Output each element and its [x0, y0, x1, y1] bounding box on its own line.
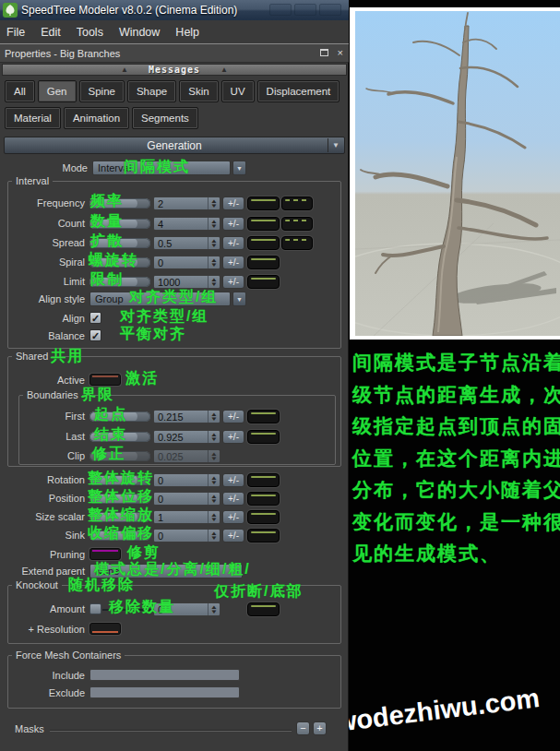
spinner-icon[interactable]: ▲▼	[208, 450, 220, 462]
position-field: ▲▼	[153, 492, 220, 506]
rotation-variance-button[interactable]: +/-	[222, 473, 244, 487]
spread-input[interactable]	[154, 237, 208, 249]
position-input[interactable]	[154, 493, 208, 505]
count-variance-button[interactable]: +/-	[222, 217, 244, 231]
messages-collapsed-bar[interactable]: ▲ Messages ▲	[2, 64, 347, 76]
limit-curve-button[interactable]	[247, 275, 280, 289]
clip-input[interactable]	[154, 450, 208, 462]
first-input[interactable]	[154, 411, 208, 423]
count-input[interactable]	[154, 218, 208, 230]
sink-curve-button[interactable]	[247, 529, 280, 542]
spiral-curve-button[interactable]	[247, 256, 280, 269]
spinner-icon[interactable]: ▲▼	[208, 218, 220, 230]
spinner-icon[interactable]: ▲▼	[208, 276, 220, 288]
spinner-icon[interactable]: ▲▼	[208, 474, 220, 486]
position-variance-button[interactable]: +/-	[222, 492, 244, 506]
align-style-dropdown-arrow-icon[interactable]: ▼	[232, 292, 246, 306]
frequency-input[interactable]	[154, 197, 208, 209]
size-scalar-variance-button[interactable]: +/-	[222, 510, 244, 524]
menu-file[interactable]: File	[6, 26, 25, 39]
minimize-button[interactable]	[269, 4, 292, 16]
include-row: Include	[0, 668, 349, 682]
spinner-icon[interactable]: ▲▼	[208, 511, 220, 523]
spinner-icon[interactable]: ▲▼	[208, 411, 220, 423]
masks-label: Masks	[15, 723, 44, 734]
tab-skin[interactable]: Skin	[179, 80, 218, 102]
spread-variance-button[interactable]: +/-	[222, 236, 244, 250]
clip-field: ▲▼	[153, 449, 220, 463]
frequency-variance-curve-button[interactable]	[281, 197, 313, 210]
rotation-curve-button[interactable]	[247, 473, 280, 487]
frequency-annotation: 频率	[90, 192, 124, 211]
last-variance-button[interactable]: +/-	[222, 430, 244, 444]
size-scalar-input[interactable]	[154, 511, 208, 523]
speedtree-window: SpeedTree Modeler v8.0.2 (Cinema Edition…	[0, 0, 349, 751]
exclude-input[interactable]	[89, 686, 240, 698]
include-input[interactable]	[89, 669, 240, 681]
pruning-toggle[interactable]	[89, 548, 121, 560]
sink-input[interactable]	[154, 530, 208, 542]
spread-field: ▲▼	[153, 236, 220, 250]
count-variance-curve-button[interactable]	[281, 217, 313, 231]
count-annotation: 数量	[90, 212, 124, 232]
maximize-button[interactable]	[294, 4, 316, 16]
generation-section-header[interactable]: Generation ▼	[4, 137, 345, 154]
tab-material[interactable]: Material	[5, 107, 61, 129]
spread-variance-curve-button[interactable]	[281, 236, 313, 250]
spinner-icon[interactable]: ▲▼	[208, 530, 220, 542]
tab-all[interactable]: All	[5, 80, 35, 102]
title-bar[interactable]: SpeedTree Modeler v8.0.2 (Cinema Edition…	[0, 0, 349, 20]
tab-displacement[interactable]: Displacement	[257, 80, 340, 102]
spinner-icon[interactable]: ▲▼	[208, 431, 220, 443]
spinner-icon[interactable]: ▲▼	[208, 256, 220, 268]
frequency-curve-button[interactable]	[247, 197, 280, 210]
spiral-input[interactable]	[154, 256, 208, 268]
count-curve-button[interactable]	[247, 217, 280, 231]
position-curve-button[interactable]	[247, 492, 280, 506]
size-scalar-curve-button[interactable]	[247, 510, 280, 524]
properties-panel-header[interactable]: Properties - Big Branches ×	[0, 44, 349, 63]
rotation-input[interactable]	[154, 474, 208, 486]
limit-input[interactable]	[154, 276, 208, 288]
spread-curve-button[interactable]	[247, 236, 280, 250]
shared-group-label: Shared	[12, 351, 52, 362]
close-window-button[interactable]	[319, 4, 341, 16]
menu-window[interactable]: Window	[119, 26, 160, 39]
masks-add-button[interactable]: +	[313, 721, 327, 735]
first-variance-button[interactable]: +/-	[222, 410, 244, 423]
close-panel-icon[interactable]: ×	[338, 48, 343, 57]
menu-edit[interactable]: Edit	[41, 26, 61, 39]
amount-curve-button[interactable]	[247, 602, 280, 616]
last-input[interactable]	[154, 431, 208, 443]
balance-checkbox[interactable]: ✓	[89, 329, 101, 341]
tab-uv[interactable]: UV	[221, 80, 255, 102]
limit-variance-button[interactable]: +/-	[222, 275, 244, 289]
spinner-icon[interactable]: ▲▼	[208, 197, 220, 209]
float-panel-icon[interactable]	[320, 49, 328, 56]
spinner-icon[interactable]: ▲▼	[208, 603, 220, 615]
spiral-variance-button[interactable]: +/-	[222, 256, 244, 269]
chevron-down-icon[interactable]: ▼	[328, 138, 343, 152]
sink-variance-button[interactable]: +/-	[222, 529, 244, 542]
count-label: Count	[0, 218, 85, 229]
tab-animation[interactable]: Animation	[64, 107, 129, 129]
frequency-variance-button[interactable]: +/-	[222, 197, 244, 210]
tab-spine[interactable]: Spine	[79, 80, 125, 102]
caption-line: 级指定起点到顶点的固定	[352, 411, 558, 443]
tab-segments[interactable]: Segments	[132, 107, 198, 129]
spinner-icon[interactable]: ▲▼	[208, 237, 220, 249]
spread-row: Spread ▲▼ +/- 扩散	[0, 235, 349, 252]
mode-dropdown-arrow-icon[interactable]: ▼	[232, 161, 246, 175]
active-toggle[interactable]	[89, 374, 121, 386]
menu-tools[interactable]: Tools	[77, 26, 103, 39]
masks-remove-button[interactable]: −	[296, 721, 310, 735]
first-curve-button[interactable]	[247, 410, 280, 423]
align-checkbox[interactable]: ✓	[89, 312, 101, 324]
last-curve-button[interactable]	[247, 430, 280, 444]
tab-gen[interactable]: Gen	[38, 80, 77, 102]
tab-shape[interactable]: Shape	[127, 80, 176, 102]
menu-help[interactable]: Help	[175, 26, 199, 39]
amount-slider-handle[interactable]	[89, 603, 101, 614]
resolution-toggle[interactable]	[89, 623, 121, 635]
spinner-icon[interactable]: ▲▼	[208, 493, 220, 505]
